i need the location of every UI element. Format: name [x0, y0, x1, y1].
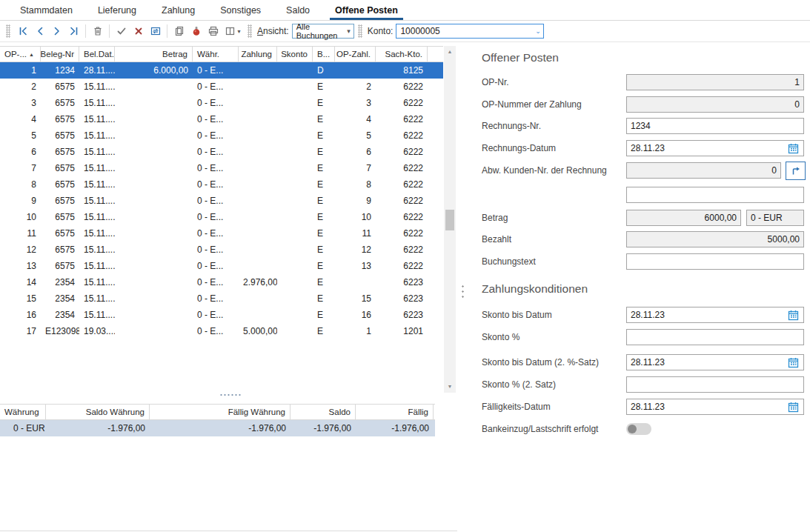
skonto-prozent-field[interactable] — [626, 329, 804, 345]
op-table-scrollbar[interactable]: ▲ ▼ — [444, 46, 456, 393]
column-header[interactable]: Bel.Dat. — [79, 47, 115, 61]
column-header[interactable]: Skonto — [277, 47, 313, 61]
calendar-icon[interactable] — [787, 309, 800, 322]
buchungstext-field[interactable] — [626, 253, 804, 270]
table-cell: 6575 — [41, 225, 79, 242]
tab-lieferung[interactable]: Lieferung — [85, 0, 149, 20]
column-header[interactable]: OP-...▲ — [0, 47, 41, 61]
table-cell: 11 — [335, 225, 376, 242]
skonto-bis-datum-2-field[interactable]: 28.11.23 — [626, 354, 804, 370]
table-cell — [115, 225, 193, 242]
table-row[interactable]: 0 - EUR-1.976,00-1.976,00-1.976,00-1.976… — [0, 420, 435, 436]
table-row[interactable]: 17E12309819.03....0 - E...5.000,00E11201 — [0, 323, 443, 339]
table-cell: E — [313, 95, 335, 111]
calendar-icon[interactable] — [787, 356, 800, 369]
nav-previous-button[interactable] — [31, 23, 48, 40]
table-row[interactable]: 5657515.11....0 - E...E56222 — [0, 127, 443, 144]
table-row[interactable]: 14235415.11....0 - E...2.976,00E6223 — [0, 274, 443, 290]
tab-saldo[interactable]: Saldo — [273, 0, 322, 20]
column-header[interactable]: Fällig — [356, 405, 434, 419]
table-cell: 17 — [0, 323, 41, 339]
delete-button[interactable] — [89, 23, 106, 40]
rebook-button[interactable] — [147, 23, 164, 40]
table-cell: 15.11.... — [79, 242, 115, 258]
skonto-bis-datum-2-row: Skonto bis Datum (2. %-Satz) 28.11.23 — [480, 354, 810, 373]
table-row[interactable]: 11657515.11....0 - E...E116222 — [0, 225, 443, 242]
table-row[interactable]: 16235415.11....0 - E...E166223 — [0, 307, 443, 323]
copy-button[interactable] — [170, 23, 187, 40]
print-button[interactable] — [205, 23, 222, 40]
skonto-bis-datum-field[interactable]: 28.11.23 — [626, 307, 804, 323]
nav-first-button[interactable] — [14, 23, 31, 40]
table-cell — [115, 290, 193, 307]
rechnungs-datum-field[interactable]: 28.11.23 — [626, 140, 804, 156]
column-header[interactable]: Betrag — [115, 47, 193, 61]
table-cell: 15.11.... — [79, 144, 115, 160]
konto-combobox[interactable]: 10000005 ⌄ — [396, 24, 544, 39]
table-cell — [115, 160, 193, 176]
table-cell — [239, 258, 277, 274]
table-cell: 1 — [0, 62, 41, 79]
seal-button[interactable] — [187, 23, 205, 40]
bankeinzug-toggle[interactable] — [626, 423, 651, 435]
tab-sonstiges[interactable]: Sonstiges — [208, 0, 273, 20]
toolbar-grip[interactable] — [6, 24, 10, 38]
table-cell: 5.000,00 — [239, 323, 277, 339]
cancel-button[interactable] — [130, 23, 147, 40]
table-cell: 6222 — [376, 225, 428, 242]
column-header[interactable]: Saldo — [291, 405, 356, 419]
column-header[interactable]: Beleg-Nr — [41, 47, 79, 61]
column-header[interactable]: Währung — [0, 405, 46, 419]
calendar-icon[interactable] — [787, 401, 800, 413]
column-header[interactable]: Fällig Währung — [150, 405, 291, 419]
scrollbar-thumb[interactable] — [445, 210, 454, 230]
panel-splitter[interactable] — [461, 284, 465, 300]
ansicht-dropdown[interactable]: Alle Buchungen ▾ — [292, 24, 354, 39]
table-cell — [239, 290, 277, 307]
tab-offene-posten[interactable]: Offene Posten — [322, 0, 411, 20]
column-header[interactable]: Währ. — [193, 47, 239, 61]
toolbar-grip[interactable] — [248, 24, 252, 38]
table-row[interactable]: 3657515.11....0 - E...E36222 — [0, 95, 443, 111]
column-header[interactable]: OP-Zahl. — [335, 47, 376, 61]
table-row[interactable]: 15235415.11....0 - E...E156223 — [0, 290, 443, 307]
column-header[interactable]: Saldo Währung — [46, 405, 150, 419]
table-row[interactable]: 8657515.11....0 - E...E86222 — [0, 176, 443, 193]
table-row[interactable]: 2657515.11....0 - E...E26222 — [0, 79, 443, 95]
skonto-prozent-2-field[interactable] — [626, 376, 804, 393]
tab-stammdaten[interactable]: Stammdaten — [7, 0, 85, 20]
nav-next-button[interactable] — [48, 23, 65, 40]
column-header-label: Beleg-Nr — [41, 50, 74, 59]
jump-to-customer-button[interactable] — [786, 162, 806, 180]
jump-arrow-icon — [791, 166, 801, 176]
nav-last-button[interactable] — [65, 23, 82, 40]
calendar-icon[interactable] — [787, 142, 800, 155]
table-row[interactable]: 13657515.11....0 - E...E136222 — [0, 258, 443, 274]
column-header[interactable]: Zahlung — [239, 47, 277, 61]
table-row[interactable]: 10657515.11....0 - E...E106222 — [0, 209, 443, 225]
table-row[interactable]: 9657515.11....0 - E...E96222 — [0, 193, 443, 209]
toolbar: ▾ Ansicht: Alle Buchungen ▾ Konto: 10000… — [0, 21, 810, 42]
confirm-button[interactable] — [113, 23, 130, 40]
table-cell: 4 — [335, 111, 376, 127]
table-row[interactable]: 7657515.11....0 - E...E76222 — [0, 160, 443, 176]
scroll-up-icon[interactable]: ▲ — [444, 46, 456, 58]
rechnungs-datum-row: Rechnungs-Datum 28.11.23 — [480, 140, 810, 159]
column-header[interactable]: Sach-Kto. — [376, 47, 428, 61]
table-row[interactable]: 12657515.11....0 - E...E126222 — [0, 242, 443, 258]
table-row[interactable]: 1123428.11....6.000,000 - E...D8125 — [0, 62, 443, 79]
columns-dropdown-button[interactable]: ▾ — [222, 23, 244, 40]
abw-kunden-name-field[interactable] — [626, 187, 804, 203]
horizontal-splitter[interactable] — [219, 393, 242, 396]
scroll-down-icon[interactable]: ▼ — [444, 381, 456, 393]
toolbar-grip[interactable] — [358, 24, 362, 38]
table-cell: E — [313, 193, 335, 209]
table-cell: 0 - E... — [193, 111, 239, 127]
table-row[interactable]: 6657515.11....0 - E...E66222 — [0, 144, 443, 160]
table-row[interactable]: 4657515.11....0 - E...E46222 — [0, 111, 443, 127]
faelligkeits-datum-field[interactable]: 28.11.23 — [626, 399, 804, 415]
table-cell: 6222 — [376, 242, 428, 258]
tab-zahlung[interactable]: Zahlung — [149, 0, 208, 20]
column-header[interactable]: B... — [313, 47, 335, 61]
rechnungs-nr-field[interactable]: 1234 — [626, 118, 804, 134]
